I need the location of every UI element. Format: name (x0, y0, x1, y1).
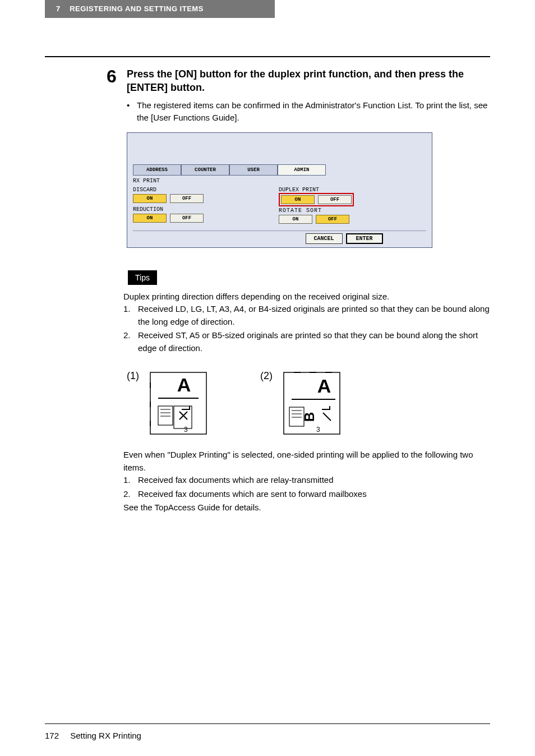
duplex-on-button[interactable]: ON (281, 195, 315, 204)
tab-counter[interactable]: COUNTER (181, 164, 229, 176)
tab-admin[interactable]: ADMIN (278, 164, 326, 176)
svg-text:A: A (177, 374, 191, 395)
diagram-1-label: (1) (127, 370, 139, 382)
tips-closing: See the TopAccess Guide for details. (123, 501, 490, 514)
page-number: 172 (45, 731, 59, 740)
note-item-1-text: Received fax documents which are relay-t… (138, 474, 334, 487)
enter-button[interactable]: ENTER (346, 233, 383, 244)
tips-item-2-text: Received ST, A5 or B5-sized originals ar… (138, 329, 490, 354)
step-title: Press the [ON] button for the duplex pri… (127, 67, 490, 95)
tips-badge: Tips (128, 270, 157, 285)
bullet-dot: • (127, 99, 137, 125)
step-6: 6 Press the [ON] button for the duplex p… (107, 67, 490, 248)
num-marker: 1. (123, 303, 138, 328)
reduction-label: REDUCTION (133, 206, 279, 213)
num-marker: 2. (123, 488, 138, 501)
reduction-on-button[interactable]: ON (133, 214, 167, 223)
num-marker: 1. (123, 474, 138, 487)
diagram-2: (2) A B 3 (260, 370, 343, 437)
tips-item-2: 2. Received ST, A5 or B5-sized originals… (123, 329, 490, 354)
note-item-2-text: Received fax documents which are sent to… (138, 488, 367, 501)
admin-screen: ADDRESS COUNTER USER ADMIN RX PRINT DISC… (127, 132, 432, 248)
reduction-off-button[interactable]: OFF (170, 214, 204, 223)
long-edge-diagram-icon: A 3 (148, 370, 210, 437)
discard-off-button[interactable]: OFF (170, 194, 204, 203)
cancel-button[interactable]: CANCEL (306, 233, 343, 244)
discard-label: DISCARD (133, 187, 279, 193)
note-item-2: 2. Received fax documents which are sent… (123, 488, 490, 501)
svg-text:3: 3 (316, 426, 320, 434)
duplex-off-button[interactable]: OFF (318, 195, 352, 204)
svg-rect-6 (158, 406, 173, 425)
svg-text:B: B (302, 412, 317, 422)
tips-item-1-text: Received LD, LG, LT, A3, A4, or B4-sized… (138, 303, 490, 328)
tips-item-1: 1. Received LD, LG, LT, A3, A4, or B4-si… (123, 303, 490, 328)
discard-on-button[interactable]: ON (133, 194, 167, 203)
rotate-sort-label: ROTATE SORT (279, 208, 425, 214)
tab-address[interactable]: ADDRESS (133, 164, 181, 176)
chapter-header: 7 REGISTERING AND SETTING ITEMS (45, 0, 275, 18)
red-highlight-box: ON OFF (279, 193, 354, 206)
tips-note: Even when "Duplex Printing" is selected,… (123, 449, 490, 474)
num-marker: 2. (123, 329, 138, 354)
tips-intro: Duplex printing direction differs depend… (123, 291, 490, 303)
rotate-on-button[interactable]: ON (279, 215, 312, 224)
svg-text:3: 3 (184, 426, 188, 434)
short-edge-diagram-icon: A B 3 (282, 370, 343, 437)
rotate-off-button[interactable]: OFF (316, 215, 349, 224)
footer-title: Setting RX Printing (70, 731, 141, 740)
step-bullet: • The registered items can be confirmed … (127, 99, 490, 125)
duplex-print-label: DUPLEX PRINT (279, 187, 425, 193)
step-number: 6 (107, 67, 120, 248)
diagram-2-label: (2) (260, 370, 273, 382)
rx-print-label: RX PRINT (133, 178, 426, 184)
note-item-1: 1. Received fax documents which are rela… (123, 474, 490, 487)
svg-text:A: A (317, 375, 331, 397)
chapter-number: 7 (56, 4, 61, 13)
diagram-1: (1) A 3 (127, 370, 210, 437)
tab-bar: ADDRESS COUNTER USER ADMIN (127, 164, 432, 176)
bullet-text: The registered items can be confirmed in… (137, 99, 490, 125)
page-footer: 172 Setting RX Printing (45, 723, 490, 740)
top-rule (45, 56, 490, 57)
tab-user[interactable]: USER (229, 164, 278, 176)
chapter-title: REGISTERING AND SETTING ITEMS (70, 4, 204, 13)
